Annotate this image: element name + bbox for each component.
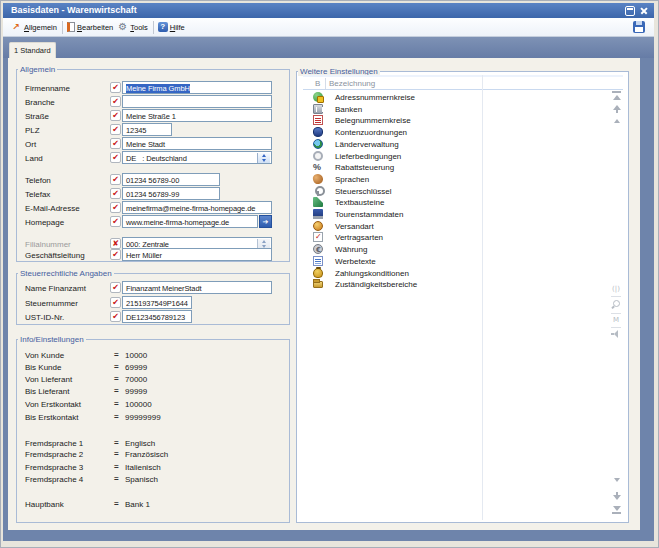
- field-check-icon[interactable]: ✔: [110, 124, 121, 135]
- search-icon[interactable]: [609, 300, 623, 313]
- info-label: Fremdsprache 2: [25, 450, 83, 459]
- input-firmenname[interactable]: Meine Firma GmbH: [122, 81, 272, 94]
- info-row: Fremdsprache 1=Englisch: [17, 439, 289, 449]
- field-label: Straße: [25, 112, 49, 121]
- field-check-icon[interactable]: ✔: [110, 152, 121, 163]
- list-item-banken[interactable]: Banken: [303, 104, 623, 115]
- field-label: Steuernummer: [25, 299, 78, 308]
- list-item-steuerschluessel[interactable]: Steuerschlüssel: [303, 186, 623, 197]
- input-ort[interactable]: Meine Stadt: [122, 137, 272, 150]
- toolbar-item-hilfe[interactable]: ?Hilfe: [158, 22, 185, 32]
- list-item-textbausteine[interactable]: Textbausteine: [303, 197, 623, 208]
- input-land[interactable]: DE : Deutschland: [122, 151, 272, 164]
- input-telefax[interactable]: 01234 56789-99: [122, 187, 220, 200]
- list-item-kontenzuordnungen[interactable]: Kontenzuordnungen: [303, 127, 623, 138]
- info-value: 69999: [125, 363, 147, 372]
- window-body: Allgemein Firmenname✔Meine Firma GmbHBra…: [3, 58, 654, 541]
- field-check-icon[interactable]: ✔: [110, 297, 121, 308]
- list-item-sprachen[interactable]: Sprachen: [303, 174, 623, 185]
- equals-sign: =: [114, 399, 119, 408]
- field-label: Geschäftsleitung: [25, 251, 85, 260]
- list-item-laenderverwaltung[interactable]: Länderverwaltung: [303, 139, 623, 150]
- zahlungskonditionen-icon: [313, 268, 323, 278]
- list-item-adressnummernkreise[interactable]: Adressnummernkreise: [303, 92, 623, 103]
- field-check-icon[interactable]: ✔: [110, 82, 121, 93]
- field-check-icon[interactable]: ✔: [110, 202, 121, 213]
- info-value: Italienisch: [125, 463, 161, 472]
- open-homepage-button[interactable]: ➔: [259, 215, 272, 228]
- list-item-werbetexte[interactable]: Werbetexte: [303, 256, 623, 267]
- adressnummernkreise-icon: [313, 92, 323, 102]
- list-item-lieferbedingungen[interactable]: Lieferbedingungen: [303, 151, 623, 162]
- side-toolbar: (|)M: [609, 283, 623, 345]
- list-item-versandart[interactable]: Versandart: [303, 221, 623, 232]
- filter-icon[interactable]: [609, 332, 623, 345]
- restore-button[interactable]: [625, 6, 635, 16]
- field-row: Homepage✔www.meine-firma-homepage.de➔: [17, 215, 289, 228]
- info-label: Von Lieferant: [25, 375, 72, 384]
- field-check-icon[interactable]: ✔: [110, 311, 121, 322]
- save-icon: [633, 21, 645, 33]
- toolbar-item-bearbeiten[interactable]: Bearbeiten: [67, 22, 113, 32]
- input-homepage[interactable]: www.meine-firma-homepage.de: [122, 215, 258, 228]
- column-header-b[interactable]: B: [315, 79, 320, 88]
- equals-sign: =: [114, 350, 119, 359]
- input-plz[interactable]: 12345: [122, 123, 172, 136]
- sort-button[interactable]: M: [609, 314, 623, 327]
- header-column-separator: [325, 78, 326, 89]
- list-item-waehrung[interactable]: Währung: [303, 244, 623, 255]
- list-item-label: Kontenzuordnungen: [335, 128, 407, 137]
- column-header-bezeichnung[interactable]: Bezeichnung: [329, 79, 375, 88]
- close-button[interactable]: [639, 6, 649, 16]
- tab-standard[interactable]: 1 Standard: [9, 42, 56, 58]
- input-ust-id-nr-[interactable]: DE123456789123: [122, 310, 192, 323]
- belegnummernkreise-icon: [313, 115, 323, 125]
- input-branche[interactable]: [122, 95, 272, 108]
- tab-strip: 1 Standard: [3, 37, 654, 58]
- dropdown-button[interactable]: [257, 153, 270, 163]
- line-up-button[interactable]: [610, 119, 623, 131]
- rabattsteuerung-icon: [313, 162, 323, 172]
- field-check-icon[interactable]: ✔: [110, 249, 121, 260]
- field-row: PLZ✔12345: [17, 123, 289, 136]
- pin-button[interactable]: (|): [609, 283, 623, 296]
- field-check-icon[interactable]: ✔: [110, 282, 121, 293]
- input-e-mail-adresse[interactable]: meinefirma@meine-firma-homepage.de: [122, 201, 272, 214]
- equals-sign: =: [114, 499, 119, 508]
- list-item-vertragsarten[interactable]: Vertragsarten: [303, 232, 623, 243]
- field-check-icon[interactable]: ✔: [110, 138, 121, 149]
- input-name-finanzamt[interactable]: Finanzamt MeinerStadt: [122, 281, 272, 294]
- toolbar-item-tools[interactable]: ⚙Tools: [118, 22, 148, 32]
- input-gesch-ftsleitung[interactable]: Herr Müller: [122, 248, 272, 261]
- field-check-icon[interactable]: ✔: [110, 216, 121, 227]
- input-telefon[interactable]: 01234 56789-00: [122, 173, 220, 186]
- info-value: 10000: [125, 351, 147, 360]
- info-label: Von Erstkontakt: [25, 400, 81, 409]
- group-weitere-einstellungen: Weitere Einstellungen BBezeichnungAdress…: [296, 71, 629, 523]
- list-item-rabattsteuerung[interactable]: Rabattsteuerung: [303, 162, 623, 173]
- equals-sign: =: [114, 362, 119, 371]
- field-check-icon[interactable]: ✔: [110, 174, 121, 185]
- scroll-to-top-button[interactable]: [610, 91, 623, 103]
- scroll-up-button[interactable]: [610, 105, 623, 117]
- info-row: Von Kunde=10000: [17, 351, 289, 361]
- save-button[interactable]: [633, 21, 645, 33]
- scroll-down-button[interactable]: [610, 492, 623, 504]
- list-item-zustaendigkeitsbereiche[interactable]: Zuständigkeitsbereiche: [303, 279, 623, 290]
- field-check-icon[interactable]: ✔: [110, 110, 121, 121]
- list-item-zahlungskonditionen[interactable]: Zahlungskonditionen: [303, 268, 623, 279]
- input-stra-e[interactable]: Meine Straße 1: [122, 109, 272, 122]
- field-check-icon[interactable]: ✔: [110, 188, 121, 199]
- field-row: Firmenname✔Meine Firma GmbH: [17, 81, 289, 94]
- list-item-tourenstammdaten[interactable]: Tourenstammdaten: [303, 209, 623, 220]
- input-steuernummer[interactable]: 2151937549P1644: [122, 296, 192, 309]
- list-item-belegnummernkreise[interactable]: Belegnummernkreise: [303, 115, 623, 126]
- line-down-button[interactable]: [610, 478, 623, 490]
- list-item-label: Rabattsteuerung: [335, 163, 394, 172]
- equals-sign: =: [114, 449, 119, 458]
- laenderverwaltung-icon: [313, 139, 323, 149]
- scroll-to-bottom-button[interactable]: [610, 506, 623, 518]
- field-check-icon[interactable]: ✔: [110, 96, 121, 107]
- kontenzuordnungen-icon: [313, 127, 323, 137]
- toolbar-item-allgemein[interactable]: ↗Allgemein: [12, 23, 57, 32]
